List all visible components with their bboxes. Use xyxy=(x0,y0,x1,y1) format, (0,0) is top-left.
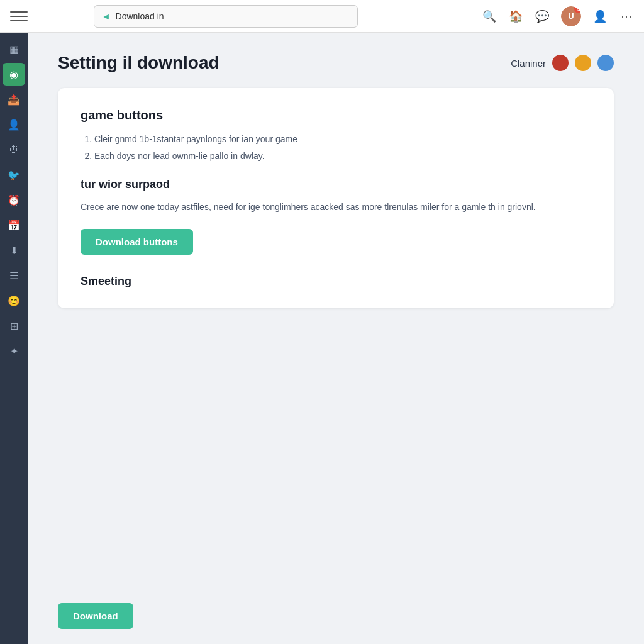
main-content: Setting il download Claniner game button… xyxy=(28,33,644,593)
sidebar-item-upload[interactable]: 📤 xyxy=(3,88,25,111)
list-item-2: Each doys nor lead ownm-lie pallo in dwl… xyxy=(94,150,591,163)
color-dot-blue[interactable] xyxy=(597,55,614,71)
bottom-bar: Download xyxy=(28,593,644,644)
page-header: Setting il download Claniner xyxy=(58,53,614,73)
color-dot-orange[interactable] xyxy=(575,55,591,71)
main-layout: ▦ ◉ 📤 👤 ⏱ 🐦 ⏰ 📅 ⬇ ☰ 😊 ⊞ ✦ Setting il dow… xyxy=(0,33,644,644)
section3-title: Smeeting xyxy=(80,275,591,288)
header-label: Claniner xyxy=(511,58,546,69)
sidebar-item-calendar[interactable]: 📅 xyxy=(3,214,25,236)
sidebar-item-clock[interactable]: ⏱ xyxy=(3,138,25,161)
sidebar-item-emoji[interactable]: 😊 xyxy=(3,289,25,312)
sidebar-item-alarm[interactable]: ⏰ xyxy=(3,189,25,211)
section2-title: tur wior surpaod xyxy=(80,178,591,191)
section1-list: Cleir gnmd 1b-1stantar paynlongs for ian… xyxy=(80,133,591,163)
more-icon[interactable]: ⋯ xyxy=(619,9,634,24)
search-text: Download in xyxy=(116,11,164,21)
sidebar: ▦ ◉ 📤 👤 ⏱ 🐦 ⏰ 📅 ⬇ ☰ 😊 ⊞ ✦ xyxy=(0,33,28,644)
color-dot-red[interactable] xyxy=(552,55,569,71)
message-icon[interactable]: 💬 xyxy=(535,9,550,24)
top-navigation: ◄ Download in 🔍 🏠 💬 U 9 👤 ⋯ xyxy=(0,0,644,33)
download-buttons-button[interactable]: Download buttons xyxy=(80,229,193,255)
profile-icon[interactable]: 👤 xyxy=(592,9,608,24)
notification-badge: 9 xyxy=(574,6,581,13)
section2-body: Crece are now one today astfiles, need f… xyxy=(80,200,591,214)
home-icon[interactable]: 🏠 xyxy=(508,9,523,24)
sidebar-item-download[interactable]: ⬇ xyxy=(3,239,25,262)
hamburger-menu[interactable] xyxy=(10,8,28,25)
section1-title: game buttons xyxy=(80,108,591,123)
list-item-1: Cleir gnmd 1b-1stantar paynlongs for ian… xyxy=(94,133,591,146)
search-icon[interactable]: 🔍 xyxy=(482,9,497,24)
nav-right-icons: 🔍 🏠 💬 U 9 👤 ⋯ xyxy=(482,6,634,26)
header-right: Claniner xyxy=(511,55,614,71)
sidebar-item-circle[interactable]: ◉ xyxy=(3,63,25,86)
sidebar-item-star[interactable]: ✦ xyxy=(3,340,25,362)
sidebar-item-twitter[interactable]: 🐦 xyxy=(3,164,25,186)
sidebar-item-grid2[interactable]: ⊞ xyxy=(3,314,25,337)
page-title: Setting il download xyxy=(58,53,219,73)
sidebar-item-grid[interactable]: ▦ xyxy=(3,38,25,60)
main-card: game buttons Cleir gnmd 1b-1stantar payn… xyxy=(58,88,614,308)
download-button[interactable]: Download xyxy=(58,603,133,629)
user-avatar[interactable]: U 9 xyxy=(561,6,581,26)
search-bar[interactable]: ◄ Download in xyxy=(94,5,358,28)
search-arrow-icon: ◄ xyxy=(102,11,111,21)
sidebar-item-menu[interactable]: ☰ xyxy=(3,264,25,287)
sidebar-item-user[interactable]: 👤 xyxy=(3,113,25,136)
